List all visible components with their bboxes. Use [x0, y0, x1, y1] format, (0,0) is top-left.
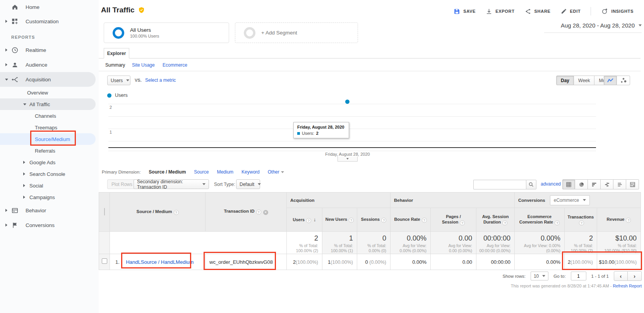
totals-dimension-cell — [110, 232, 287, 254]
sidebar-item-realtime[interactable]: Realtime — [0, 43, 96, 57]
chevron-right-icon — [23, 161, 29, 164]
sidebar-item-behavior[interactable]: Behavior — [0, 203, 96, 218]
column-header-avg-session-duration[interactable]: Avg. Session Duration — [476, 208, 515, 232]
help-icon[interactable] — [349, 218, 354, 223]
sidebar-item-conversions[interactable]: Conversions — [0, 218, 96, 232]
sidebar-item-social[interactable]: Social — [0, 180, 96, 191]
sidebar-item-referrals[interactable]: Referrals — [0, 145, 96, 156]
tab-explorer[interactable]: Explorer — [104, 48, 129, 58]
column-header-transaction-id[interactable]: Transaction ID — [206, 193, 287, 232]
column-header-revenue[interactable]: Revenue — [597, 208, 641, 232]
column-header-users[interactable]: Users — [287, 208, 322, 232]
sort-type-dropdown[interactable]: Default — [236, 179, 260, 189]
granularity-week-button[interactable]: Week — [574, 76, 594, 85]
x-axis-line — [108, 147, 596, 148]
refresh-report-link[interactable]: Refresh Report — [613, 284, 642, 288]
table-view-button[interactable] — [562, 179, 575, 189]
dimension-keyword-link[interactable]: Keyword — [242, 169, 260, 175]
line-chart-view-button[interactable] — [604, 76, 617, 85]
pivot-view-button[interactable] — [626, 179, 639, 189]
table-search-input[interactable] — [473, 180, 526, 189]
report-actions-bar: SAVE EXPORT SHARE EDIT — [454, 7, 634, 15]
motion-chart-view-button[interactable] — [617, 76, 630, 85]
secondary-dimension-dropdown[interactable]: Secondary dimension: Transaction ID — [134, 179, 209, 189]
help-icon[interactable] — [502, 220, 507, 225]
help-icon[interactable] — [460, 220, 465, 225]
sidebar-item-audience[interactable]: Audience — [0, 57, 96, 72]
metric-selector-dropdown[interactable]: Users — [107, 76, 130, 85]
help-icon[interactable] — [555, 220, 560, 225]
search-button[interactable] — [526, 180, 536, 189]
table-view-icon — [566, 182, 572, 187]
sidebar-item-google-ads[interactable]: Google Ads — [0, 156, 96, 168]
next-page-button[interactable]: › — [628, 271, 642, 281]
subtab-summary[interactable]: Summary — [105, 62, 125, 68]
select-all-checkbox[interactable] — [104, 208, 105, 215]
date-range-selector[interactable]: Aug 28, 2020 - Aug 28, 2020 — [544, 22, 642, 33]
edit-label: EDIT — [570, 9, 581, 14]
percentage-view-button[interactable] — [575, 179, 588, 189]
x-axis-options-dropdown[interactable] — [337, 156, 358, 162]
column-header-bounce-rate[interactable]: Bounce Rate — [391, 208, 431, 232]
verified-shield-badge-icon — [138, 7, 145, 14]
subtab-site-usage[interactable]: Site Usage — [132, 62, 155, 68]
sidebar-item-overview[interactable]: Overview — [0, 87, 96, 98]
help-icon[interactable] — [306, 218, 311, 223]
goto-page-input[interactable] — [571, 272, 586, 280]
chevron-right-icon — [3, 209, 9, 212]
help-icon[interactable] — [579, 220, 584, 225]
insights-label: INSIGHTS — [611, 9, 634, 14]
comparison-view-button[interactable] — [601, 179, 613, 189]
help-icon[interactable] — [626, 218, 631, 223]
sidebar-item-search-console[interactable]: Search Console — [0, 168, 96, 180]
sidebar-item-acquisition[interactable]: Acquisition — [0, 72, 96, 87]
acquisition-group-label: Acquisition — [290, 198, 315, 203]
plot-rows-button[interactable]: Plot Rows — [107, 179, 137, 189]
page-title: All Traffic — [101, 6, 145, 14]
show-rows-select[interactable]: 10 — [531, 272, 548, 280]
term-cloud-view-button[interactable] — [613, 179, 626, 189]
add-segment-button[interactable]: + Add Segment — [235, 22, 358, 43]
column-header-pages-session[interactable]: Pages / Session — [431, 208, 476, 232]
sidebar-item-customization[interactable]: Customization — [0, 14, 96, 29]
data-point-users[interactable] — [345, 100, 349, 104]
sidebar-item-channels[interactable]: Channels — [0, 110, 96, 122]
share-button[interactable]: SHARE — [525, 8, 551, 15]
dimension-source-link[interactable]: Source — [194, 169, 209, 175]
advanced-filter-link[interactable]: advanced — [541, 181, 561, 187]
remove-secondary-dimension-icon[interactable] — [263, 210, 268, 215]
report-generated-note: This report was generated on 8/28/20 at … — [511, 284, 642, 288]
conversions-goal-dropdown[interactable]: eCommerce — [550, 195, 590, 205]
select-all-header[interactable] — [99, 193, 110, 232]
row-checkbox[interactable] — [102, 258, 107, 264]
help-icon[interactable] — [422, 218, 427, 223]
pie-chart-icon — [579, 182, 584, 187]
edit-button[interactable]: EDIT — [561, 8, 581, 14]
sidebar-item-all-traffic[interactable]: All Traffic — [0, 98, 96, 110]
sidebar-item-label: Conversions — [26, 222, 55, 228]
subtab-ecommerce[interactable]: Ecommerce — [163, 62, 187, 68]
column-header-new-users[interactable]: New Users — [322, 208, 357, 232]
help-icon[interactable] — [381, 218, 386, 223]
sidebar-item-home[interactable]: Home — [0, 0, 96, 14]
segment-all-users[interactable]: All Users 100.00% Users — [104, 22, 229, 43]
dimension-medium-link[interactable]: Medium — [217, 169, 233, 175]
help-icon[interactable] — [174, 210, 179, 215]
column-header-source-medium[interactable]: Source / Medium — [110, 193, 206, 232]
dimension-source-medium-active[interactable]: Source / Medium — [149, 169, 186, 175]
select-a-metric-link[interactable]: Select a metric — [145, 77, 176, 83]
export-button[interactable]: EXPORT — [486, 8, 514, 15]
insights-button[interactable]: INSIGHTS — [601, 8, 634, 15]
previous-page-button[interactable]: ‹ — [614, 271, 628, 281]
totals-ecommerce-conversion-rate: 0.00%Avg for View: 0.00% (0.00%) — [515, 232, 565, 254]
column-header-transactions[interactable]: Transactions — [565, 208, 597, 232]
column-header-ecommerce-conversion-rate[interactable]: Ecommerce Conversion Rate — [515, 208, 565, 232]
column-header-sessions[interactable]: Sessions — [357, 208, 391, 232]
performance-view-button[interactable] — [588, 179, 601, 189]
help-icon[interactable] — [256, 210, 261, 215]
sidebar-item-label: All Traffic — [29, 101, 50, 107]
sidebar-item-campaigns[interactable]: Campaigns — [0, 191, 96, 203]
save-button[interactable]: SAVE — [454, 8, 476, 15]
granularity-day-button[interactable]: Day — [556, 76, 574, 85]
dimension-other-dropdown[interactable]: Other — [268, 169, 284, 175]
